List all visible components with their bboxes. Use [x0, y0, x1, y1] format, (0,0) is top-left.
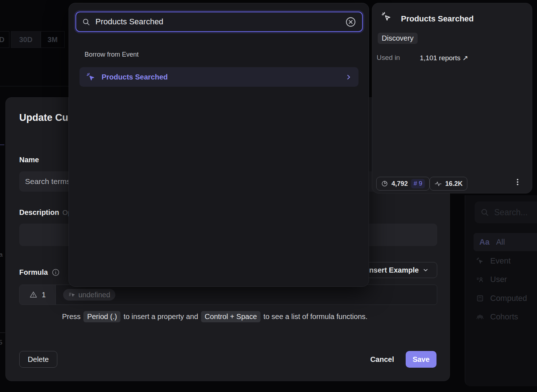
search-icon [82, 18, 90, 26]
details-title: Products Searched [401, 14, 474, 24]
result-label: Products Searched [102, 73, 339, 81]
kbd-period: Period (.) [83, 311, 120, 322]
undefined-chip-label: undefined [78, 291, 110, 299]
background-chart-fragment [0, 144, 4, 145]
formula-content[interactable]: undefined [56, 285, 437, 305]
property-cursor-icon [68, 291, 75, 298]
formula-editor[interactable]: 1 undefined [19, 285, 437, 305]
chevron-down-icon [422, 267, 429, 273]
sidebar-item-label: Cohorts [490, 312, 518, 322]
sidebar-item-event[interactable]: Event [474, 253, 537, 269]
distinct-count-pill[interactable]: 4,792 # 9 [376, 177, 430, 191]
sidebar-item-computed[interactable]: Computed [474, 290, 537, 306]
time-range-label: 30D [19, 36, 33, 44]
formula-warning-gutter: 1 [20, 285, 56, 305]
name-label: Name [19, 156, 39, 164]
time-range-button-30d[interactable]: 30D [11, 31, 41, 48]
cursor-click-icon [381, 11, 392, 23]
discovery-badge: Discovery [378, 33, 418, 44]
time-range-button-3m[interactable]: 3M [41, 31, 65, 48]
sidebar-item-cohorts[interactable]: Cohorts [474, 309, 537, 325]
borrow-from-event-heading: Borrow from Event [85, 51, 139, 58]
sidebar-item-label: Event [490, 256, 511, 266]
formula-label: Formula [19, 268, 48, 277]
more-options-button[interactable] [513, 177, 522, 187]
used-in-label: Used in [377, 54, 400, 62]
rank-badge: # 9 [411, 179, 425, 188]
chevron-right-icon [345, 74, 352, 81]
description-label: Description [19, 208, 59, 217]
close-circle-icon [345, 16, 356, 28]
pie-chart-icon [381, 180, 388, 187]
sidebar-search-input[interactable]: Search... [475, 201, 537, 223]
background-divider [0, 86, 69, 86]
clear-search-button[interactable] [345, 16, 356, 28]
sidebar-item-all[interactable]: Aa All [474, 233, 537, 251]
modal-footer-actions: Cancel Save [370, 351, 436, 368]
background-chart-fragment [0, 332, 5, 333]
search-field[interactable] [75, 12, 363, 32]
background-text-fragment: la [0, 251, 3, 258]
sidebar-item-user[interactable]: User [474, 271, 537, 287]
cancel-button[interactable]: Cancel [370, 355, 394, 364]
formula-line-number: 1 [42, 291, 46, 299]
sidebar-search-placeholder: Search... [494, 208, 528, 217]
property-details-panel: Products Searched Discovery Used in 1,10… [372, 3, 532, 193]
time-range-label: 3M [48, 36, 58, 44]
calculator-icon [476, 294, 484, 302]
cursor-click-icon [476, 257, 484, 265]
hint-text: to see a list of formula functions. [263, 313, 368, 321]
delete-button[interactable]: Delete [19, 351, 57, 368]
user-list-icon [476, 275, 484, 283]
undefined-property-chip[interactable]: undefined [63, 289, 115, 301]
formula-hint: Press Period (.) to insert a property an… [62, 311, 368, 322]
app-root: D 30D 3M la 5 Search... Aa All Event [0, 0, 537, 392]
volume-value: 16.2K [445, 180, 463, 188]
sidebar-item-label: Computed [490, 294, 527, 303]
save-button[interactable]: Save [406, 351, 436, 368]
time-range-label: D [0, 36, 4, 44]
sidebar-item-label: User [490, 275, 507, 284]
search-icon [480, 208, 489, 217]
formula-label-row: Formula [19, 268, 60, 277]
distinct-count-value: 4,792 [392, 180, 408, 188]
time-range-button-d[interactable]: D [0, 31, 9, 48]
activity-icon [434, 180, 442, 188]
kbd-control-space: Control + Space [201, 311, 261, 322]
warning-icon [29, 291, 37, 299]
search-result-products-searched[interactable]: Products Searched [79, 67, 358, 87]
background-text-fragment: 5 [0, 339, 2, 346]
hint-text: Press [62, 313, 81, 321]
insert-example-button[interactable]: Insert Example [359, 262, 437, 278]
used-in-reports-link[interactable]: 1,101 reports ↗ [420, 54, 468, 62]
search-input[interactable] [95, 17, 340, 26]
cursor-click-icon [86, 72, 96, 82]
property-type-sidebar: Search... Aa All Event User [465, 195, 537, 386]
kebab-menu-icon [513, 177, 522, 187]
text-format-icon: Aa [479, 237, 489, 247]
hint-text: to insert a property and [123, 313, 198, 321]
volume-pill[interactable]: 16.2K [430, 177, 467, 191]
property-search-popover: Borrow from Event Products Searched [69, 3, 369, 287]
info-icon [52, 268, 60, 277]
sidebar-item-label: All [496, 237, 505, 247]
people-icon [476, 313, 484, 321]
insert-example-label: Insert Example [367, 266, 419, 274]
